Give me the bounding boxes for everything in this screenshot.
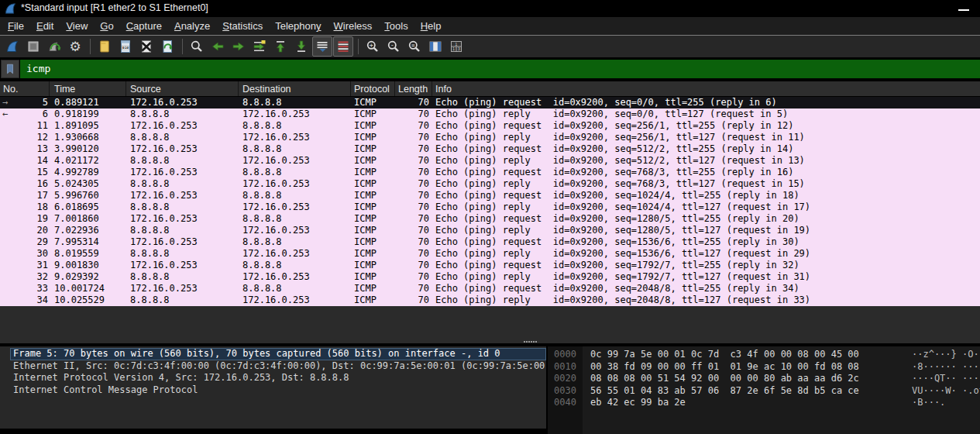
detail-line-1[interactable]: Ethernet II, Src: 0c:7d:c3:4f:00:00 (0c:… — [10, 360, 546, 373]
open-file-icon[interactable] — [95, 36, 115, 57]
go-forward-icon[interactable] — [229, 36, 249, 57]
column-header-info[interactable]: Info — [432, 81, 980, 96]
toolbar-separator — [182, 39, 183, 54]
menu-go[interactable]: Go — [94, 17, 119, 35]
display-filter-input[interactable]: icmp — [20, 60, 980, 78]
packet-details-pane: Frame 5: 70 bytes on wire (560 bits), 70… — [0, 346, 546, 429]
menu-tools[interactable]: Tools — [378, 17, 414, 35]
left-arrow-icon: ← — [2, 108, 15, 120]
column-header-time[interactable]: Time — [50, 81, 126, 96]
resize-columns-icon[interactable] — [425, 36, 445, 57]
hex-row-0030[interactable]: 003056 55 01 04 83 ab 57 06 87 2e 6f 5e … — [548, 385, 980, 398]
zoom-in-icon[interactable]: + — [363, 36, 383, 57]
close-file-icon[interactable] — [136, 36, 156, 57]
menu-help[interactable]: Help — [414, 17, 448, 35]
svg-text:1: 1 — [455, 43, 457, 46]
menu-statistics[interactable]: Statistics — [216, 17, 269, 35]
packet-row-18[interactable]: 186.0186958.8.8.8172.16.0.253ICMP70Echo … — [0, 202, 980, 213]
column-header-protocol[interactable]: Protocol — [351, 81, 395, 96]
packet-row-15[interactable]: 154.992789172.16.0.2538.8.8.8ICMP70Echo … — [0, 167, 980, 178]
minimize-button[interactable] — [958, 9, 969, 11]
menu-capture[interactable]: Capture — [120, 17, 168, 35]
svg-text:010: 010 — [122, 46, 129, 50]
packet-row-6[interactable]: ←60.9181998.8.8.8172.16.0.253ICMP70Echo … — [0, 108, 980, 120]
packet-list-header: No.TimeSourceDestinationProtocolLengthIn… — [0, 81, 980, 97]
detail-line-2[interactable]: Internet Protocol Version 4, Src: 172.16… — [10, 372, 546, 384]
packet-row-34[interactable]: 3410.0255298.8.8.8172.16.0.253ICMP70Echo… — [0, 294, 980, 306]
packet-row-17[interactable]: 175.996760172.16.0.2538.8.8.8ICMP70Echo … — [0, 190, 980, 202]
go-back-icon[interactable] — [208, 36, 228, 57]
packet-row-29[interactable]: 297.995314172.16.0.2538.8.8.8ICMP70Echo … — [0, 236, 980, 248]
displayed-columns-icon[interactable]: 113 — [446, 36, 466, 57]
bookmark-icon — [4, 62, 16, 76]
menu-analyze[interactable]: Analyze — [168, 17, 216, 35]
hex-row-0010[interactable]: 001000 38 fd 09 00 00 ff 01 01 9e ac 10 … — [548, 361, 980, 374]
go-to-packet-icon[interactable] — [249, 36, 270, 57]
hex-row-0040[interactable]: 0040eb 42 ec 99 ba 2e·B···. — [548, 397, 980, 409]
menu-view[interactable]: View — [60, 17, 94, 35]
find-packet-icon[interactable] — [187, 36, 207, 57]
packet-row-16[interactable]: 165.0243058.8.8.8172.16.0.253ICMP70Echo … — [0, 178, 980, 190]
menu-wireless[interactable]: Wireless — [328, 17, 379, 35]
packet-row-32[interactable]: 329.0293928.8.8.8172.16.0.253ICMP70Echo … — [0, 271, 980, 283]
toolbar-separator — [358, 39, 359, 54]
svg-text:=: = — [411, 42, 415, 49]
save-file-icon[interactable]: 010 — [115, 36, 136, 57]
window-title: *Standard input [R1 ether2 to S1 Etherne… — [21, 2, 208, 13]
title-bar: *Standard input [R1 ether2 to S1 Etherne… — [0, 0, 980, 17]
column-header-destination[interactable]: Destination — [239, 81, 351, 96]
detail-line-3[interactable]: Internet Control Message Protocol — [10, 384, 546, 397]
column-header-length[interactable]: Length — [395, 81, 432, 96]
main-toolbar: ⚙010+-=113 — [0, 35, 980, 57]
capture-options-icon[interactable]: ⚙ — [65, 36, 85, 57]
zoom-out-icon[interactable]: - — [383, 36, 404, 57]
auto-scroll-icon[interactable] — [312, 36, 332, 57]
packet-row-5[interactable]: →50.889121172.16.0.2538.8.8.8ICMP70Echo … — [0, 97, 980, 108]
right-arrow-icon: → — [2, 97, 15, 108]
packet-row-13[interactable]: 133.990120172.16.0.2538.8.8.8ICMP70Echo … — [0, 143, 980, 155]
packet-bytes-pane: 00000c 99 7a 5e 00 01 0c 7d c3 4f 00 00 … — [548, 346, 980, 434]
packet-row-33[interactable]: 3310.001724172.16.0.2538.8.8.8ICMP70Echo… — [0, 283, 980, 294]
column-header-no[interactable]: No. — [0, 81, 50, 96]
stop-capture-icon[interactable] — [23, 36, 43, 57]
filter-bookmark-button[interactable] — [1, 60, 19, 78]
go-first-icon[interactable] — [270, 36, 291, 57]
svg-text:-: - — [390, 41, 394, 49]
packet-rows: →50.889121172.16.0.2538.8.8.8ICMP70Echo … — [0, 97, 980, 306]
filter-bar: icmp — [0, 60, 980, 78]
hex-row-0020[interactable]: 002008 08 08 00 51 54 92 00 00 00 80 ab … — [548, 373, 980, 385]
zoom-reset-icon[interactable]: = — [404, 36, 425, 57]
pane-splitter-handle[interactable] — [524, 341, 538, 343]
menu-file[interactable]: File — [2, 17, 30, 35]
colorize-icon[interactable] — [333, 36, 353, 57]
detail-line-0[interactable]: Frame 5: 70 bytes on wire (560 bits), 70… — [10, 348, 546, 360]
svg-text:+: + — [370, 41, 373, 49]
packet-row-12[interactable]: 121.9306688.8.8.8172.16.0.253ICMP70Echo … — [0, 132, 980, 143]
packet-row-11[interactable]: 111.891095172.16.0.2538.8.8.8ICMP70Echo … — [0, 120, 980, 132]
packet-row-19[interactable]: 197.001860172.16.0.2538.8.8.8ICMP70Echo … — [0, 213, 980, 225]
restart-capture-icon[interactable] — [44, 36, 64, 57]
hex-rows: 00000c 99 7a 5e 00 01 0c 7d c3 4f 00 00 … — [548, 349, 980, 409]
reload-file-icon[interactable] — [157, 36, 177, 57]
wireshark-logo-icon — [4, 2, 17, 16]
hex-row-0000[interactable]: 00000c 99 7a 5e 00 01 0c 7d c3 4f 00 00 … — [548, 349, 980, 361]
go-last-icon[interactable] — [291, 36, 311, 57]
packet-row-20[interactable]: 207.0229368.8.8.8172.16.0.253ICMP70Echo … — [0, 225, 980, 236]
column-header-source[interactable]: Source — [126, 81, 239, 96]
svg-text:3: 3 — [458, 47, 460, 51]
menu-telephony[interactable]: Telephony — [269, 17, 327, 35]
menu-bar: FileEditViewGoCaptureAnalyzeStatisticsTe… — [0, 17, 980, 35]
packet-row-14[interactable]: 144.0211728.8.8.8172.16.0.253ICMP70Echo … — [0, 155, 980, 167]
packet-list-pane: No.TimeSourceDestinationProtocolLengthIn… — [0, 81, 980, 343]
start-capture-icon[interactable] — [2, 36, 22, 57]
svg-text:1: 1 — [452, 47, 455, 51]
toolbar-separator — [90, 39, 91, 54]
menu-edit[interactable]: Edit — [30, 17, 60, 35]
wireshark-window: *Standard input [R1 ether2 to S1 Etherne… — [0, 0, 980, 434]
display-filter-value: icmp — [26, 63, 50, 74]
packet-row-31[interactable]: 319.001830172.16.0.2538.8.8.8ICMP70Echo … — [0, 260, 980, 271]
packet-row-30[interactable]: 308.0195598.8.8.8172.16.0.253ICMP70Echo … — [0, 248, 980, 260]
